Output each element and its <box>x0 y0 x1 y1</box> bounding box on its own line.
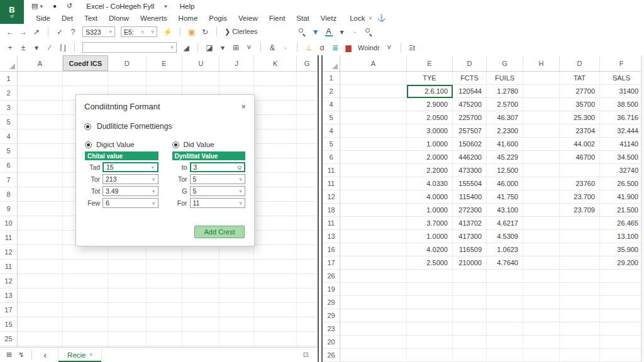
cell[interactable]: 4.6217 <box>487 217 523 230</box>
cell[interactable] <box>523 72 560 85</box>
flash-icon[interactable]: ⚡ <box>163 28 172 36</box>
cell[interactable] <box>340 111 407 124</box>
back-icon[interactable]: ← <box>6 28 14 36</box>
cell[interactable] <box>523 217 560 230</box>
cell[interactable] <box>523 283 560 296</box>
cell[interactable] <box>108 260 147 274</box>
cell[interactable] <box>18 245 63 260</box>
cell[interactable]: TAT <box>560 72 600 85</box>
row-header[interactable]: 23 <box>323 322 340 336</box>
cell[interactable]: 4.0200 <box>407 243 453 256</box>
menu-item-wenerts[interactable]: Wenerts <box>135 14 173 22</box>
chevron-down-icon[interactable]: ▾ <box>33 44 40 52</box>
row-header[interactable]: 5 <box>323 111 340 124</box>
cell[interactable]: 2.2000 <box>407 164 453 177</box>
column-header-a[interactable]: A <box>18 55 63 71</box>
cell[interactable]: 1.0000 <box>407 230 453 243</box>
cell[interactable]: 3.7000 <box>407 217 453 230</box>
cell[interactable] <box>523 336 560 349</box>
cell[interactable] <box>254 187 297 202</box>
pin-icon[interactable]: ⚓ <box>377 14 386 22</box>
cell[interactable]: 26.465 <box>600 217 643 230</box>
cell[interactable]: 257507 <box>453 124 487 138</box>
cell[interactable] <box>297 144 318 158</box>
cell[interactable]: 225700 <box>453 111 487 124</box>
cell[interactable] <box>453 270 487 283</box>
row-header[interactable]: 9 <box>0 202 18 216</box>
cell[interactable] <box>523 111 560 124</box>
cell[interactable] <box>254 72 297 86</box>
did-value-dropdown[interactable]: 11˅ <box>190 198 246 208</box>
corner-box-icon[interactable]: ⊡ <box>303 351 309 359</box>
cell[interactable]: 26.500 <box>600 177 643 190</box>
cell[interactable] <box>18 115 63 129</box>
column-header-d[interactable]: D <box>108 55 147 71</box>
font-color-icon[interactable]: A <box>325 28 333 36</box>
digit-value-dropdown[interactable]: 213˅ <box>103 174 158 184</box>
cell[interactable]: 4.5309 <box>487 230 523 243</box>
cell[interactable] <box>182 288 219 303</box>
cell[interactable] <box>523 98 560 111</box>
cell[interactable]: 475200 <box>453 98 487 111</box>
row-header[interactable]: 11 <box>0 231 18 245</box>
cell[interactable] <box>600 270 643 283</box>
row-header[interactable]: 12 <box>0 274 18 288</box>
select-all-corner[interactable] <box>323 55 340 71</box>
cell[interactable] <box>254 86 297 101</box>
cell[interactable] <box>219 332 254 346</box>
title-chevron-icon[interactable]: ▾ <box>164 3 167 9</box>
ruler-icon[interactable]: ◢ <box>182 44 190 52</box>
cell[interactable] <box>18 158 63 173</box>
menu-item-det[interactable]: Det <box>56 14 79 22</box>
column-header-k[interactable]: K <box>254 55 297 71</box>
cell[interactable]: SALS <box>600 72 643 85</box>
cell[interactable] <box>254 202 297 216</box>
cell[interactable] <box>254 158 297 173</box>
cell[interactable] <box>63 260 108 274</box>
row-header[interactable]: 5 <box>0 115 18 129</box>
row-header[interactable]: 29 <box>323 309 340 322</box>
cell[interactable] <box>182 260 219 274</box>
cell[interactable]: 43.100 <box>487 204 523 217</box>
cell[interactable] <box>487 322 523 336</box>
cell[interactable]: 417300 <box>453 230 487 243</box>
filter-icon[interactable]: ▼ <box>312 28 319 36</box>
row-header[interactable]: 13 <box>323 230 340 243</box>
cell[interactable] <box>297 245 318 260</box>
undo-circle-icon[interactable]: ↺ <box>67 2 72 10</box>
digit-value-dropdown[interactable]: 6˅ <box>103 198 158 208</box>
cell[interactable]: 272300 <box>453 204 487 217</box>
cell[interactable] <box>182 303 219 317</box>
sort-icon[interactable]: ⊥ <box>305 44 313 52</box>
column-header-coedf-ics[interactable]: Coedf ICS <box>63 55 108 71</box>
column-header-e[interactable]: E <box>147 55 183 71</box>
cell[interactable] <box>453 349 487 362</box>
fill-color-icon[interactable]: ◪ <box>206 44 213 52</box>
cell[interactable] <box>18 86 63 101</box>
cell[interactable] <box>219 274 254 288</box>
prev-sheet-icon[interactable]: ‹ <box>43 350 47 360</box>
cell[interactable] <box>219 303 254 317</box>
row-header[interactable]: 5 <box>323 138 340 151</box>
row-header[interactable]: 11 <box>323 177 340 190</box>
cell[interactable] <box>18 332 63 346</box>
cell[interactable] <box>254 115 297 129</box>
zoom-icon[interactable] <box>365 28 373 36</box>
cell[interactable]: 23.700 <box>560 190 600 204</box>
autosave-icon[interactable]: ● <box>53 3 57 9</box>
cell[interactable] <box>407 349 453 362</box>
cell[interactable] <box>18 303 63 317</box>
cell[interactable] <box>147 288 183 303</box>
selected-cell[interactable]: 2.6.100 <box>407 85 453 98</box>
row-header[interactable]: 10 <box>0 216 18 231</box>
menu-item-stat[interactable]: Stat <box>291 14 314 22</box>
cell[interactable]: 1.0000 <box>407 204 453 217</box>
cell[interactable] <box>254 245 297 260</box>
row-header[interactable]: 1 <box>323 72 340 85</box>
row-header[interactable]: 11 <box>0 260 18 274</box>
column-header-d-2[interactable]: D <box>453 55 487 71</box>
dot-icon[interactable]: · <box>282 44 289 52</box>
cell[interactable] <box>18 173 63 187</box>
cell[interactable] <box>523 349 560 362</box>
cell[interactable] <box>182 274 219 288</box>
